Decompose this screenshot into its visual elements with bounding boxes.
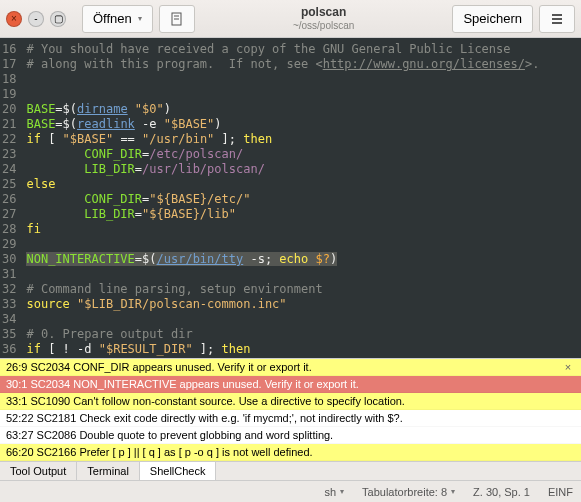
close-panel-icon[interactable]: ×	[561, 361, 575, 375]
tab-terminal[interactable]: Terminal	[77, 462, 140, 480]
code-editor[interactable]: 16 17 18 19 20 21 22 23 24 25 26 27 28 2…	[0, 38, 581, 358]
tab-tool-output[interactable]: Tool Output	[0, 462, 77, 480]
status-insert-mode[interactable]: EINF	[548, 486, 573, 498]
status-position: Z. 30, Sp. 1	[473, 486, 530, 498]
window-subtitle: ~/oss/polscan	[201, 20, 447, 31]
messages-panel: 26:9 SC2034 CONF_DIR appears unused. Ver…	[0, 358, 581, 480]
lint-message[interactable]: 33:1 SC1090 Can't follow non-constant so…	[0, 393, 581, 410]
titlebar: × ‑ ▢ Öffnen ▾ polscan ~/oss/polscan Spe…	[0, 0, 581, 38]
window-buttons: × ‑ ▢	[6, 11, 66, 27]
lint-message[interactable]: 63:27 SC2086 Double quote to prevent glo…	[0, 427, 581, 444]
close-icon[interactable]: ×	[6, 11, 22, 27]
open-label: Öffnen	[93, 11, 132, 26]
chevron-down-icon: ▾	[451, 487, 455, 496]
lint-message[interactable]: 66:20 SC2166 Prefer [ p ] || [ q ] as [ …	[0, 444, 581, 461]
window-title: polscan	[201, 6, 447, 19]
menu-button[interactable]	[539, 5, 575, 33]
new-document-button[interactable]	[159, 5, 195, 33]
save-button[interactable]: Speichern	[452, 5, 533, 33]
hamburger-icon	[550, 12, 564, 26]
statusbar: sh ▾ Tabulatorbreite: 8 ▾ Z. 30, Sp. 1 E…	[0, 480, 581, 502]
code-area[interactable]: # You should have received a copy of the…	[22, 38, 539, 358]
line-gutter: 16 17 18 19 20 21 22 23 24 25 26 27 28 2…	[0, 38, 22, 358]
chevron-down-icon: ▾	[138, 14, 142, 23]
new-doc-icon	[170, 12, 184, 26]
tab-shellcheck[interactable]: ShellCheck	[140, 462, 217, 480]
lint-message[interactable]: 26:9 SC2034 CONF_DIR appears unused. Ver…	[0, 359, 581, 376]
minimize-icon[interactable]: ‑	[28, 11, 44, 27]
maximize-icon[interactable]: ▢	[50, 11, 66, 27]
lint-message[interactable]: 52:22 SC2181 Check exit code directly wi…	[0, 410, 581, 427]
save-label: Speichern	[463, 11, 522, 26]
status-tabwidth[interactable]: Tabulatorbreite: 8 ▾	[362, 486, 455, 498]
chevron-down-icon: ▾	[340, 487, 344, 496]
title-area: polscan ~/oss/polscan	[201, 6, 447, 30]
panel-tabs: Tool Output Terminal ShellCheck	[0, 461, 581, 480]
open-button[interactable]: Öffnen ▾	[82, 5, 153, 33]
status-language[interactable]: sh ▾	[324, 486, 344, 498]
lint-message[interactable]: 30:1 SC2034 NON_INTERACTIVE appears unus…	[0, 376, 581, 393]
